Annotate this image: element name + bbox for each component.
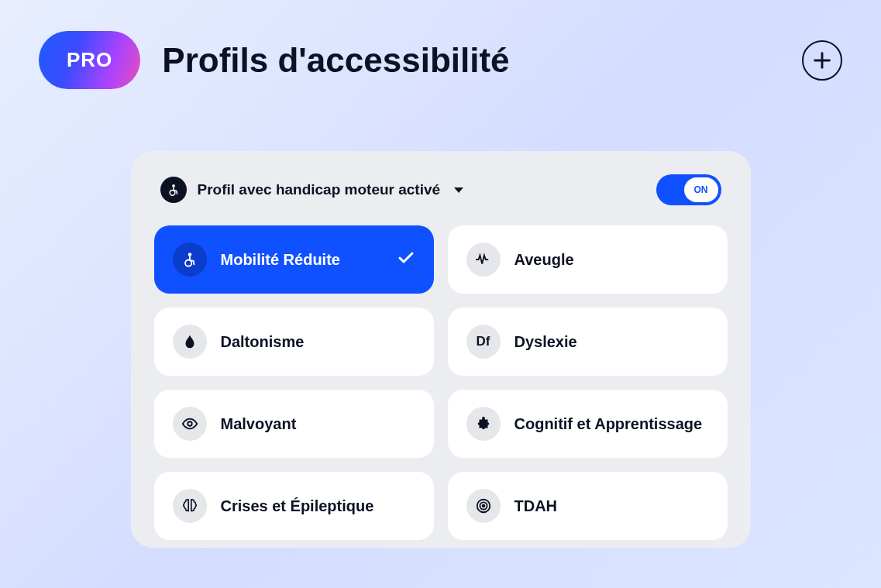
profile-label: Mobilité Réduite	[221, 251, 340, 269]
brain-icon	[173, 489, 207, 523]
profile-card-cognitive[interactable]: Cognitif et Apprentissage	[448, 390, 728, 458]
profile-label: Daltonisme	[221, 333, 305, 351]
svg-point-9	[482, 505, 484, 507]
pro-badge: PRO	[39, 31, 140, 89]
svg-point-6	[188, 421, 192, 426]
svg-point-4	[188, 253, 191, 256]
target-icon	[466, 489, 501, 523]
add-button[interactable]	[802, 40, 842, 81]
svg-point-3	[170, 190, 175, 195]
chevron-down-icon[interactable]	[454, 187, 463, 193]
droplet-icon	[173, 325, 207, 359]
profile-card-seizure[interactable]: Crises et Épileptique	[154, 472, 434, 540]
profiles-panel: Profil avec handicap moteur activé ON Mo…	[131, 151, 751, 548]
eye-icon	[173, 407, 207, 441]
svg-point-5	[185, 260, 191, 266]
profile-card-adhd[interactable]: TDAH	[448, 472, 728, 540]
df-icon: Df	[466, 325, 501, 359]
profile-label: Dyslexie	[514, 333, 577, 351]
active-profile-label: Profil avec handicap moteur activé	[198, 181, 441, 198]
plus-icon	[811, 50, 833, 71]
toggle-knob: ON	[684, 177, 718, 202]
profile-card-mobility[interactable]: Mobilité Réduite	[154, 225, 434, 294]
profile-label: Cognitif et Apprentissage	[514, 415, 703, 433]
profile-label: TDAH	[514, 497, 558, 515]
profile-card-colorblind[interactable]: Daltonisme	[154, 308, 434, 376]
wheelchair-icon	[160, 177, 187, 203]
page-header: PRO Profils d'accessibilité	[39, 31, 842, 89]
profile-card-lowvision[interactable]: Malvoyant	[154, 390, 434, 458]
profile-card-dyslexia[interactable]: Df Dyslexie	[448, 308, 728, 376]
profile-label: Malvoyant	[221, 415, 297, 433]
check-icon	[397, 249, 415, 270]
page-title: Profils d'accessibilité	[162, 41, 509, 80]
panel-header: Profil avec handicap moteur activé ON	[154, 174, 728, 205]
svg-point-2	[172, 184, 175, 187]
puzzle-icon	[466, 407, 501, 441]
profiles-grid: Mobilité Réduite Aveugle Daltonisme	[154, 225, 728, 540]
profile-card-blind[interactable]: Aveugle	[448, 225, 728, 294]
audio-wave-icon	[466, 242, 501, 277]
profile-label: Crises et Épileptique	[221, 497, 374, 515]
active-profile-dropdown[interactable]: Profil avec handicap moteur activé	[198, 181, 441, 198]
profile-label: Aveugle	[514, 251, 574, 269]
profile-toggle[interactable]: ON	[656, 174, 721, 205]
wheelchair-icon	[173, 242, 207, 277]
